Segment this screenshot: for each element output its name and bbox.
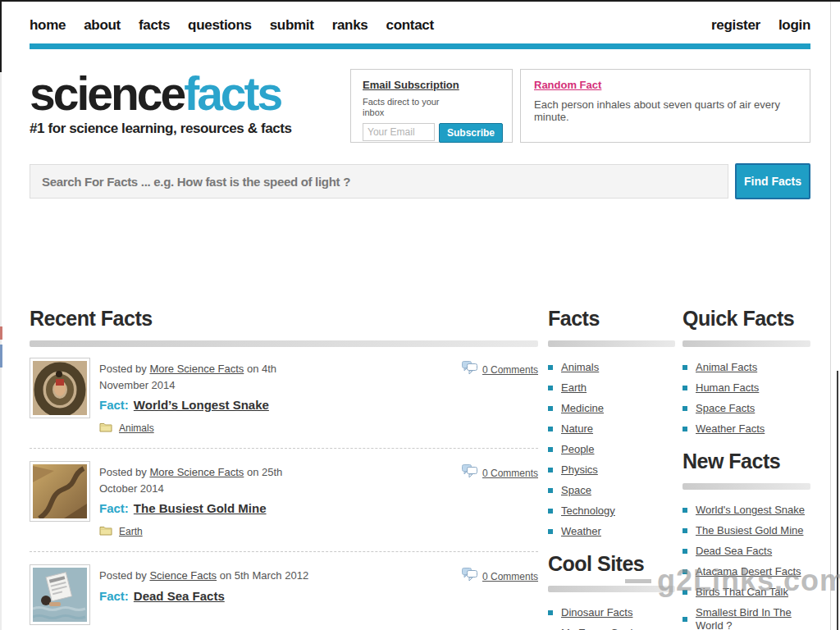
comments-icon: [462, 568, 478, 585]
square-bullet-icon: [682, 406, 687, 411]
new-fact-link[interactable]: Atacama Desert Facts: [696, 565, 801, 578]
nav-item-questions[interactable]: questions: [188, 17, 252, 34]
post-thumbnail-snake[interactable]: [30, 358, 90, 418]
fact-line: Fact:World’s Longest Snake: [99, 398, 538, 412]
site-logo[interactable]: sciencefacts #1 for science learning, re…: [30, 69, 343, 143]
folder-icon: [99, 421, 112, 436]
sidebar-item-space[interactable]: Space: [548, 484, 675, 497]
new-fact-link[interactable]: Birds That Can Talk: [696, 586, 788, 599]
nav-item-login[interactable]: login: [778, 17, 810, 34]
nav-item-about[interactable]: about: [84, 17, 121, 34]
sidebar-item-weather-facts[interactable]: Weather Facts: [682, 422, 810, 436]
sidebar-item-animal-facts[interactable]: Animal Facts: [682, 361, 810, 374]
quick-fact-link[interactable]: Animal Facts: [696, 361, 757, 374]
new-fact-link[interactable]: Smallest Bird In The World ?: [696, 606, 810, 630]
logo-wordmark: sciencefacts: [30, 69, 343, 118]
post-separator: [30, 551, 538, 552]
logo-facts: facts: [184, 67, 281, 120]
comments-count-link[interactable]: 0 Comments: [482, 571, 538, 582]
category-link[interactable]: Animals: [561, 361, 599, 374]
post-thumbnail-dead-sea[interactable]: [30, 564, 90, 625]
sidebar-item-dinosaur-facts[interactable]: Dinosaur Facts: [548, 606, 675, 619]
sidebar-item-space-facts[interactable]: Space Facts: [682, 402, 810, 415]
find-facts-button[interactable]: Find Facts: [735, 163, 810, 199]
fact-line: Fact:Dead Sea Facts: [99, 589, 538, 603]
sidebar-item-my-essay-geek[interactable]: My Essay Geek: [548, 627, 675, 630]
sidebar-item-human-facts[interactable]: Human Facts: [682, 381, 810, 395]
category-link[interactable]: Nature: [561, 422, 593, 436]
quick-fact-link[interactable]: Human Facts: [696, 381, 759, 395]
sidebar-item-earth[interactable]: Earth: [548, 381, 675, 395]
snake-image: [33, 361, 87, 415]
sidebar-item-weather[interactable]: Weather: [548, 525, 675, 538]
recent-facts-heading: Recent Facts: [30, 308, 538, 329]
nav-item-register[interactable]: register: [711, 17, 760, 34]
post-thumbnail-gold-mine[interactable]: [30, 461, 90, 522]
category-link[interactable]: Technology: [561, 504, 615, 518]
page-top-border: [0, 0, 840, 2]
new-fact-link[interactable]: World's Longest Snake: [696, 504, 805, 517]
category-link[interactable]: Earth: [561, 381, 587, 395]
random-fact-text: Each person inhales about seven quarts o…: [534, 98, 797, 123]
category-link[interactable]: Space: [561, 484, 591, 497]
fact-title-link[interactable]: The Busiest Gold Mine: [134, 501, 267, 515]
sidebar-item-technology[interactable]: Technology: [548, 504, 675, 518]
quick-facts-sidebar: Quick Facts Animal Facts Human Facts Spa…: [682, 308, 810, 630]
quick-fact-link[interactable]: Weather Facts: [696, 422, 765, 436]
author-link[interactable]: Science Facts: [149, 569, 217, 582]
cool-sites-list: Dinosaur Facts My Essay Geek My Essay Ho…: [548, 606, 675, 630]
category-link[interactable]: Physics: [561, 463, 598, 477]
nav-item-home[interactable]: home: [30, 17, 66, 34]
comments-count-link[interactable]: 0 Comments: [482, 364, 538, 376]
sidebar-item-smallest-bird[interactable]: Smallest Bird In The World ?: [682, 606, 810, 630]
sidebar-item-birds-that-can-talk[interactable]: Birds That Can Talk: [682, 586, 810, 599]
nav-item-contact[interactable]: contact: [386, 17, 434, 34]
square-bullet-icon: [548, 386, 553, 390]
quick-fact-link[interactable]: Space Facts: [696, 402, 755, 415]
random-fact-title[interactable]: Random Fact: [534, 79, 797, 91]
author-link[interactable]: More Science Facts: [149, 466, 244, 478]
category-link[interactable]: Animals: [119, 422, 154, 434]
fact-label: Fact:: [99, 501, 129, 515]
nav-item-facts[interactable]: facts: [139, 17, 170, 34]
comments-link-group: 0 Comments: [462, 464, 538, 482]
sidebar-item-physics[interactable]: Physics: [548, 463, 675, 477]
subscribe-button[interactable]: Subscribe: [439, 123, 503, 143]
square-bullet-icon: [682, 386, 687, 390]
section-bar: [682, 340, 810, 347]
post-meta-row: Posted by Science Facts on 5th March 201…: [99, 568, 538, 585]
new-facts-list: World's Longest Snake The Busiest Gold M…: [682, 504, 810, 630]
external-site-link[interactable]: Dinosaur Facts: [561, 606, 632, 619]
nav-item-ranks[interactable]: ranks: [332, 17, 368, 34]
category-link[interactable]: People: [561, 443, 594, 456]
sidebar-item-people[interactable]: People: [548, 443, 675, 456]
nav-left-group: home about facts questions submit ranks …: [30, 17, 434, 34]
post-body: Posted by More Science Facts on 25th Oct…: [99, 461, 538, 539]
categories-sidebar: Facts Animals Earth Medicine Nature Peop…: [548, 308, 675, 630]
sidebar-item-animals[interactable]: Animals: [548, 361, 675, 374]
posts-list: Posted by More Science Facts on 4th Nove…: [30, 358, 538, 625]
sidebar-item-medicine[interactable]: Medicine: [548, 402, 675, 415]
sidebar-item-atacama-desert-facts[interactable]: Atacama Desert Facts: [682, 565, 810, 578]
comments-count-link[interactable]: 0 Comments: [482, 468, 538, 479]
sidebar-item-nature[interactable]: Nature: [548, 422, 675, 436]
posted-by-line: Posted by More Science Facts on 4th Nove…: [99, 361, 322, 394]
author-link[interactable]: More Science Facts: [149, 363, 244, 375]
fact-title-link[interactable]: World’s Longest Snake: [134, 398, 269, 412]
scrollbar[interactable]: [837, 371, 838, 630]
category-link[interactable]: Medicine: [561, 402, 604, 415]
search-input[interactable]: [30, 164, 728, 199]
sidebar-item-busiest-gold-mine[interactable]: The Busiest Gold Mine: [682, 524, 810, 537]
fact-title-link[interactable]: Dead Sea Facts: [134, 589, 225, 603]
category-link[interactable]: Earth: [119, 526, 143, 537]
fact-label: Fact:: [99, 589, 129, 603]
nav-item-submit[interactable]: submit: [270, 17, 314, 34]
category-link[interactable]: Weather: [561, 525, 601, 538]
square-bullet-icon: [682, 617, 687, 622]
sidebar-item-worlds-longest-snake[interactable]: World's Longest Snake: [682, 504, 810, 517]
sidebar-item-dead-sea-facts[interactable]: Dead Sea Facts: [682, 545, 810, 558]
external-site-link[interactable]: My Essay Geek: [561, 627, 636, 630]
new-fact-link[interactable]: Dead Sea Facts: [696, 545, 772, 558]
email-field[interactable]: [363, 123, 435, 141]
new-fact-link[interactable]: The Busiest Gold Mine: [696, 524, 804, 537]
